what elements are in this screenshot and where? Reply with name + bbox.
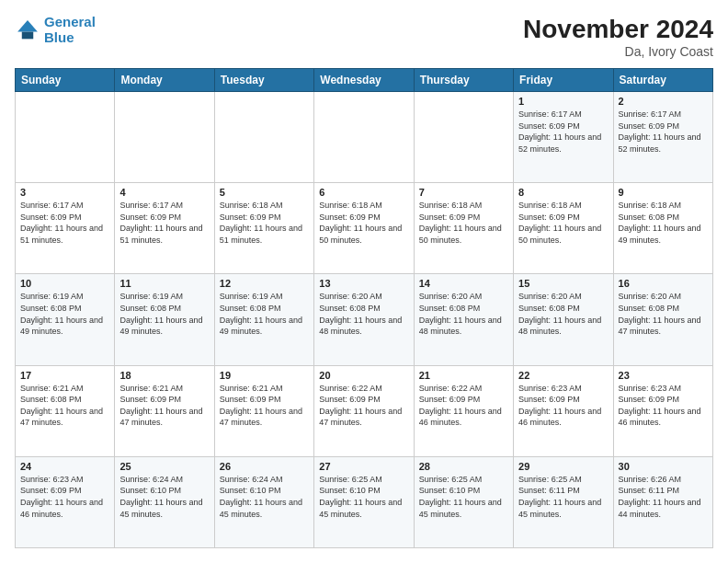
day-number: 26 [220, 461, 309, 472]
day-detail: Sunrise: 6:25 AM Sunset: 6:10 PM Dayligh… [319, 474, 408, 520]
table-row: 8Sunrise: 6:18 AM Sunset: 6:09 PM Daylig… [514, 183, 613, 274]
day-detail: Sunrise: 6:23 AM Sunset: 6:09 PM Dayligh… [619, 383, 708, 429]
location: Da, Ivory Coast [523, 44, 713, 59]
day-detail: Sunrise: 6:19 AM Sunset: 6:08 PM Dayligh… [220, 291, 309, 337]
day-detail: Sunrise: 6:19 AM Sunset: 6:08 PM Dayligh… [119, 291, 209, 337]
day-number: 4 [119, 187, 209, 198]
day-detail: Sunrise: 6:18 AM Sunset: 6:08 PM Dayligh… [619, 200, 708, 246]
calendar-header-row: Sunday Monday Tuesday Wednesday Thursday… [16, 69, 713, 92]
table-row: 23Sunrise: 6:23 AM Sunset: 6:09 PM Dayli… [613, 365, 712, 456]
title-block: November 2024 Da, Ivory Coast [523, 15, 713, 59]
table-row: 26Sunrise: 6:24 AM Sunset: 6:10 PM Dayli… [214, 456, 313, 547]
day-number: 29 [518, 461, 608, 472]
calendar-week-row: 3Sunrise: 6:17 AM Sunset: 6:09 PM Daylig… [16, 183, 713, 274]
table-row: 9Sunrise: 6:18 AM Sunset: 6:08 PM Daylig… [613, 183, 712, 274]
table-row: 16Sunrise: 6:20 AM Sunset: 6:08 PM Dayli… [613, 274, 712, 365]
day-number: 24 [20, 461, 109, 472]
day-number: 28 [419, 461, 508, 472]
table-row: 22Sunrise: 6:23 AM Sunset: 6:09 PM Dayli… [514, 365, 613, 456]
day-detail: Sunrise: 6:24 AM Sunset: 6:10 PM Dayligh… [119, 474, 209, 520]
table-row: 21Sunrise: 6:22 AM Sunset: 6:09 PM Dayli… [414, 365, 513, 456]
day-detail: Sunrise: 6:18 AM Sunset: 6:09 PM Dayligh… [220, 200, 309, 246]
logo-text: General Blue [44, 15, 96, 45]
day-detail: Sunrise: 6:21 AM Sunset: 6:09 PM Dayligh… [220, 383, 309, 429]
day-detail: Sunrise: 6:25 AM Sunset: 6:10 PM Dayligh… [419, 474, 508, 520]
table-row: 11Sunrise: 6:19 AM Sunset: 6:08 PM Dayli… [115, 274, 214, 365]
table-row: 20Sunrise: 6:22 AM Sunset: 6:09 PM Dayli… [314, 365, 414, 456]
day-number: 14 [419, 278, 508, 289]
table-row: 6Sunrise: 6:18 AM Sunset: 6:09 PM Daylig… [314, 183, 414, 274]
table-row: 10Sunrise: 6:19 AM Sunset: 6:08 PM Dayli… [16, 274, 115, 365]
table-row: 29Sunrise: 6:25 AM Sunset: 6:11 PM Dayli… [514, 456, 613, 547]
table-row: 7Sunrise: 6:18 AM Sunset: 6:09 PM Daylig… [414, 183, 513, 274]
day-detail: Sunrise: 6:20 AM Sunset: 6:08 PM Dayligh… [319, 291, 408, 337]
logo-icon [15, 17, 40, 43]
table-row: 28Sunrise: 6:25 AM Sunset: 6:10 PM Dayli… [414, 456, 513, 547]
table-row [214, 92, 313, 183]
day-number: 27 [319, 461, 408, 472]
day-number: 18 [119, 370, 209, 381]
day-detail: Sunrise: 6:22 AM Sunset: 6:09 PM Dayligh… [419, 383, 508, 429]
table-row: 15Sunrise: 6:20 AM Sunset: 6:08 PM Dayli… [514, 274, 613, 365]
day-number: 8 [518, 187, 608, 198]
day-detail: Sunrise: 6:23 AM Sunset: 6:09 PM Dayligh… [20, 474, 109, 520]
day-detail: Sunrise: 6:22 AM Sunset: 6:09 PM Dayligh… [319, 383, 408, 429]
day-number: 3 [20, 187, 109, 198]
table-row: 27Sunrise: 6:25 AM Sunset: 6:10 PM Dayli… [314, 456, 414, 547]
day-number: 30 [619, 461, 708, 472]
table-row [414, 92, 513, 183]
calendar-week-row: 24Sunrise: 6:23 AM Sunset: 6:09 PM Dayli… [16, 456, 713, 547]
page: General Blue November 2024 Da, Ivory Coa… [0, 0, 728, 563]
day-detail: Sunrise: 6:25 AM Sunset: 6:11 PM Dayligh… [518, 474, 608, 520]
day-detail: Sunrise: 6:17 AM Sunset: 6:09 PM Dayligh… [518, 109, 608, 155]
table-row: 24Sunrise: 6:23 AM Sunset: 6:09 PM Dayli… [16, 456, 115, 547]
col-sunday: Sunday [16, 69, 115, 92]
day-detail: Sunrise: 6:19 AM Sunset: 6:08 PM Dayligh… [20, 291, 109, 337]
day-detail: Sunrise: 6:18 AM Sunset: 6:09 PM Dayligh… [518, 200, 608, 246]
month-title: November 2024 [523, 15, 713, 44]
table-row: 17Sunrise: 6:21 AM Sunset: 6:08 PM Dayli… [16, 365, 115, 456]
day-detail: Sunrise: 6:20 AM Sunset: 6:08 PM Dayligh… [518, 291, 608, 337]
day-number: 7 [419, 187, 508, 198]
col-saturday: Saturday [613, 69, 712, 92]
day-detail: Sunrise: 6:21 AM Sunset: 6:08 PM Dayligh… [20, 383, 109, 429]
day-detail: Sunrise: 6:21 AM Sunset: 6:09 PM Dayligh… [119, 383, 209, 429]
table-row: 14Sunrise: 6:20 AM Sunset: 6:08 PM Dayli… [414, 274, 513, 365]
table-row [115, 92, 214, 183]
day-number: 16 [619, 278, 708, 289]
col-thursday: Thursday [414, 69, 513, 92]
day-number: 22 [518, 370, 608, 381]
day-number: 10 [20, 278, 109, 289]
day-detail: Sunrise: 6:17 AM Sunset: 6:09 PM Dayligh… [619, 109, 708, 155]
calendar-week-row: 10Sunrise: 6:19 AM Sunset: 6:08 PM Dayli… [16, 274, 713, 365]
table-row: 13Sunrise: 6:20 AM Sunset: 6:08 PM Dayli… [314, 274, 414, 365]
day-detail: Sunrise: 6:18 AM Sunset: 6:09 PM Dayligh… [319, 200, 408, 246]
day-number: 1 [518, 96, 608, 107]
day-detail: Sunrise: 6:23 AM Sunset: 6:09 PM Dayligh… [518, 383, 608, 429]
table-row: 2Sunrise: 6:17 AM Sunset: 6:09 PM Daylig… [613, 92, 712, 183]
day-number: 6 [319, 187, 408, 198]
day-detail: Sunrise: 6:20 AM Sunset: 6:08 PM Dayligh… [419, 291, 508, 337]
table-row: 5Sunrise: 6:18 AM Sunset: 6:09 PM Daylig… [214, 183, 313, 274]
day-detail: Sunrise: 6:17 AM Sunset: 6:09 PM Dayligh… [119, 200, 209, 246]
col-tuesday: Tuesday [214, 69, 313, 92]
table-row: 1Sunrise: 6:17 AM Sunset: 6:09 PM Daylig… [514, 92, 613, 183]
day-number: 21 [419, 370, 508, 381]
day-detail: Sunrise: 6:17 AM Sunset: 6:09 PM Dayligh… [20, 200, 109, 246]
day-number: 9 [619, 187, 708, 198]
day-number: 5 [220, 187, 309, 198]
calendar-week-row: 1Sunrise: 6:17 AM Sunset: 6:09 PM Daylig… [16, 92, 713, 183]
day-detail: Sunrise: 6:24 AM Sunset: 6:10 PM Dayligh… [220, 474, 309, 520]
table-row: 18Sunrise: 6:21 AM Sunset: 6:09 PM Dayli… [115, 365, 214, 456]
table-row: 3Sunrise: 6:17 AM Sunset: 6:09 PM Daylig… [16, 183, 115, 274]
day-number: 13 [319, 278, 408, 289]
table-row [16, 92, 115, 183]
day-number: 12 [220, 278, 309, 289]
day-detail: Sunrise: 6:18 AM Sunset: 6:09 PM Dayligh… [419, 200, 508, 246]
day-detail: Sunrise: 6:26 AM Sunset: 6:11 PM Dayligh… [619, 474, 708, 520]
svg-rect-1 [22, 31, 33, 39]
col-friday: Friday [514, 69, 613, 92]
table-row: 12Sunrise: 6:19 AM Sunset: 6:08 PM Dayli… [214, 274, 313, 365]
day-detail: Sunrise: 6:20 AM Sunset: 6:08 PM Dayligh… [619, 291, 708, 337]
day-number: 23 [619, 370, 708, 381]
